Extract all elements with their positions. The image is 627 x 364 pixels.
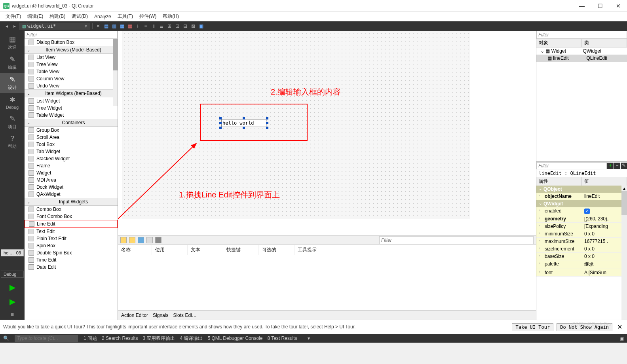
close-tab-icon[interactable]: ✕ <box>95 23 102 30</box>
object-row[interactable]: ▦ lineEditQLineEdit <box>536 55 627 62</box>
property-category[interactable]: ⌄ QWidget <box>536 200 621 207</box>
property-row[interactable]: ›geometry[(260, 230), <box>536 215 621 223</box>
maximize-button[interactable]: ☐ <box>595 3 606 9</box>
kit-selector-tab[interactable]: hel…_03 <box>1 249 24 256</box>
remove-prop-icon[interactable]: − <box>614 163 620 169</box>
stop-button[interactable]: ■ <box>8 309 16 320</box>
widget-item[interactable]: List View <box>25 54 118 61</box>
widget-item[interactable]: Dock Widget <box>25 184 118 191</box>
form-widget[interactable]: 2.编辑输入框的内容 1.拖拽Line Edit控件到界面上 <box>122 31 470 219</box>
object-filter-input[interactable] <box>536 31 627 39</box>
property-filter-input[interactable] <box>536 162 607 169</box>
minimize-button[interactable]: — <box>576 3 587 9</box>
widget-scrollbar[interactable] <box>113 39 118 106</box>
tab-dropdown-icon[interactable]: ▾ <box>85 23 87 29</box>
mode-Debug[interactable]: ✱Debug <box>0 93 25 112</box>
property-row[interactable]: ›sizeIncrement0 x 0 <box>536 245 621 253</box>
property-category[interactable]: ⌄ QObject <box>536 186 621 193</box>
widget-item[interactable]: Line Edit <box>25 220 118 228</box>
grid2-icon[interactable]: ⊡ <box>174 23 181 30</box>
status-item[interactable]: 2 Search Results <box>102 336 138 341</box>
nav-back-icon[interactable]: ◂ <box>3 23 10 30</box>
tour-close-icon[interactable]: ✕ <box>616 323 624 331</box>
widget-item[interactable]: Tree View <box>25 61 118 68</box>
menu-item[interactable]: 调试(D) <box>69 12 90 21</box>
property-scrollbar[interactable]: ▴ <box>621 186 627 320</box>
mode-欢迎[interactable]: ▦欢迎 <box>0 32 25 53</box>
align-v-icon[interactable]: ⦀ <box>150 23 157 30</box>
status-chevron-icon[interactable]: ▾ <box>308 336 310 341</box>
widget-item[interactable]: Stacked Widget <box>25 155 118 162</box>
widget-item[interactable]: Time Edit <box>25 256 118 264</box>
action-filter-input[interactable] <box>379 236 534 244</box>
open-file-tab[interactable]: ▧ widget.ui* ▾ <box>19 23 90 30</box>
locator-input[interactable] <box>15 335 78 342</box>
widget-item[interactable]: Frame <box>25 162 118 169</box>
property-row[interactable]: ›minimumSize0 x 0 <box>536 230 621 238</box>
status-item[interactable]: 1 问题 <box>84 336 97 341</box>
mode-编辑[interactable]: ✎编辑 <box>0 53 25 73</box>
new-action-icon[interactable] <box>120 237 127 243</box>
paste-action-icon[interactable] <box>146 237 153 243</box>
config-prop-icon[interactable]: ✎ <box>621 163 627 169</box>
widget-item[interactable]: QAxWidget <box>25 191 118 198</box>
mode-帮助[interactable]: ?帮助 <box>0 132 25 152</box>
widget-item[interactable]: Table View <box>25 68 118 75</box>
open-folder-icon[interactable] <box>129 237 135 243</box>
widget-item[interactable]: Tab Widget <box>25 148 118 155</box>
run-button[interactable]: ▶ <box>7 294 18 309</box>
property-row[interactable]: ›objectNamelineEdit <box>536 193 621 200</box>
grid-icon[interactable]: ⊞ <box>166 23 173 30</box>
action-tab[interactable]: Action Editor <box>121 313 148 318</box>
widget-category[interactable]: ⌄Item Widgets (Item-Based) <box>25 89 118 97</box>
close-button[interactable]: ✕ <box>613 3 624 9</box>
mode-项目[interactable]: ✎项目 <box>0 112 25 132</box>
layout-break-icon[interactable]: ⫲ <box>134 23 141 30</box>
menu-item[interactable]: 构建(B) <box>47 12 68 21</box>
widget-item[interactable]: Date Edit <box>25 264 118 271</box>
widget-item[interactable]: Table Widget <box>25 112 118 119</box>
layout-h-icon[interactable]: ▤ <box>103 23 110 30</box>
menu-item[interactable]: 帮助(H) <box>160 12 181 21</box>
align-h-icon[interactable]: ≡ <box>142 23 149 30</box>
config-action-icon[interactable] <box>155 237 162 243</box>
widget-category[interactable]: ⌄Item Views (Model-Based) <box>25 46 118 54</box>
debug-selector-tab[interactable]: Debug <box>1 271 24 278</box>
status-item[interactable]: 8 Test Results <box>267 336 297 341</box>
menu-item[interactable]: 工具(T) <box>115 12 135 21</box>
property-row[interactable]: ›maximumSize16777215 . <box>536 238 621 245</box>
property-row[interactable]: ›sizePolicy[Expanding <box>536 223 621 230</box>
widget-item[interactable]: Double Spin Box <box>25 249 118 256</box>
widget-item[interactable]: Scroll Area <box>25 134 118 141</box>
property-row[interactable]: ›enabled✓ <box>536 207 621 215</box>
widget-item[interactable]: Tree Widget <box>25 104 118 112</box>
status-item[interactable]: 5 QML Debugger Console <box>207 336 262 341</box>
menu-item[interactable]: 编辑(E) <box>25 12 46 21</box>
menu-item[interactable]: Analyze <box>92 13 114 20</box>
widget-item[interactable]: Tool Box <box>25 141 118 148</box>
action-tab[interactable]: Slots Edi… <box>173 313 196 318</box>
widget-item[interactable]: Text Edit <box>25 228 118 235</box>
nav-fwd-icon[interactable]: ▸ <box>11 23 18 30</box>
layout-v-icon[interactable]: ▥ <box>110 23 118 30</box>
widget-category[interactable]: ⌄Input Widgets <box>25 198 118 206</box>
status-item[interactable]: 4 编译输出 <box>180 336 203 341</box>
selection-handles[interactable] <box>219 117 268 129</box>
locator-icon[interactable]: 🔍 <box>3 336 9 341</box>
menu-item[interactable]: 文件(F) <box>3 12 23 21</box>
widget-item[interactable]: Plain Text Edit <box>25 235 118 242</box>
widget-item[interactable]: Undo View <box>25 82 118 89</box>
add-prop-icon[interactable]: + <box>607 163 614 169</box>
copy-action-icon[interactable] <box>138 237 144 243</box>
widget-item[interactable]: Combo Box <box>25 206 118 213</box>
grid4-icon[interactable]: ⊠ <box>190 23 197 30</box>
property-body[interactable]: ⌄ QObject›objectNamelineEdit⌄ QWidget›en… <box>536 186 621 320</box>
widget-item[interactable]: Group Box <box>25 127 118 134</box>
status-item[interactable]: 3 应用程序输出 <box>142 336 175 341</box>
widget-item[interactable]: MDI Area <box>25 176 118 184</box>
widget-item[interactable]: List Widget <box>25 97 118 104</box>
preview-icon[interactable]: ▣ <box>198 23 205 30</box>
take-tour-button[interactable]: Take UI Tour <box>512 323 553 331</box>
widget-list[interactable]: Dialog Button Box⌄Item Views (Model-Base… <box>25 39 118 320</box>
widget-filter-input[interactable] <box>25 31 118 39</box>
